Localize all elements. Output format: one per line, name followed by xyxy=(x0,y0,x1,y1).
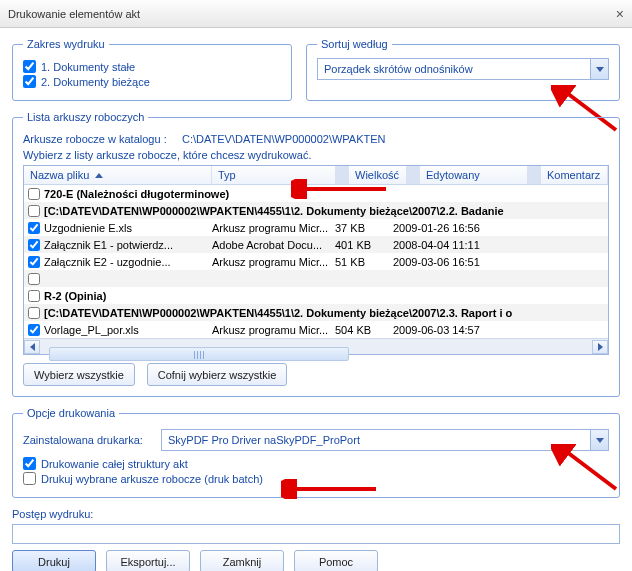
chk-dokumenty-stale[interactable]: 1. Dokumenty stałe xyxy=(23,60,281,73)
legend-zakres: Zakres wydruku xyxy=(23,38,109,50)
row-size: 51 KB xyxy=(335,256,393,268)
group-sort: Sortuj według Porządek skrótów odnośnikó… xyxy=(306,38,620,101)
path-label: Arkusze robocze w katalogu : xyxy=(23,133,167,145)
row-checkbox[interactable] xyxy=(28,324,40,336)
row-edit: 2009-01-26 16:56 xyxy=(393,222,503,234)
row-name: Załącznik E1 - potwierdz... xyxy=(44,239,212,251)
row-checkbox[interactable] xyxy=(28,222,40,234)
scroll-right-icon[interactable] xyxy=(592,340,608,354)
deselect-all-button[interactable]: Cofnij wybierz wszystkie xyxy=(147,363,288,386)
row-name: R-2 (Opinia) xyxy=(44,290,604,302)
group-opcje: Opcje drukowania Zainstalowana drukarka:… xyxy=(12,407,620,498)
row-name: [C:\DATEV\DATEN\WP000002\WPAKTEN\4455\1\… xyxy=(44,307,604,319)
scroll-left-icon[interactable] xyxy=(24,340,40,354)
legend-opcje: Opcje drukowania xyxy=(23,407,119,419)
row-name: [C:\DATEV\DATEN\WP000002\WPAKTEN\4455\1\… xyxy=(44,205,604,217)
select-all-button[interactable]: Wybierz wszystkie xyxy=(23,363,135,386)
col-wielkosc[interactable]: Wielkość xyxy=(349,166,407,184)
chk-dokumenty-biezace[interactable]: 2. Dokumenty bieżące xyxy=(23,75,281,88)
col-komentarz[interactable]: Komentarz xyxy=(541,166,608,184)
titlebar: Drukowanie elementów akt × xyxy=(0,0,632,28)
table-row[interactable]: Uzgodnienie E.xlsArkusz programu Micr...… xyxy=(24,219,608,236)
horizontal-scrollbar[interactable] xyxy=(24,338,608,354)
row-checkbox[interactable] xyxy=(28,290,40,302)
row-name: Uzgodnienie E.xls xyxy=(44,222,212,234)
chk-cala-struktura-box[interactable] xyxy=(23,457,36,470)
row-typ: Arkusz programu Micr... xyxy=(212,256,335,268)
instruction-text: Wybierz z listy arkusze robocze, które c… xyxy=(23,149,609,161)
chk-dokumenty-stale-box[interactable] xyxy=(23,60,36,73)
chk-druk-batch[interactable]: Drukuj wybrane arkusze robocze (druk bat… xyxy=(23,472,609,485)
group-lista: Lista arkuszy roboczych Arkusze robocze … xyxy=(12,111,620,397)
row-checkbox[interactable] xyxy=(28,239,40,251)
progress-bar xyxy=(12,524,620,544)
chk-druk-batch-box[interactable] xyxy=(23,472,36,485)
scroll-thumb[interactable] xyxy=(49,347,349,361)
print-button[interactable]: Drukuj xyxy=(12,550,96,571)
export-button[interactable]: Eksportuj... xyxy=(106,550,190,571)
progress-label: Postęp wydruku: xyxy=(12,508,620,520)
col-nazwa[interactable]: Nazwa pliku xyxy=(24,166,212,184)
sort-dropdown-value: Porządek skrótów odnośników xyxy=(324,63,473,75)
row-checkbox[interactable] xyxy=(28,256,40,268)
row-checkbox[interactable] xyxy=(28,205,40,217)
row-typ: Arkusz programu Micr... xyxy=(212,222,335,234)
row-size: 401 KB xyxy=(335,239,393,251)
row-edit: 2008-04-04 11:11 xyxy=(393,239,503,251)
table-row[interactable] xyxy=(24,270,608,287)
row-size: 37 KB xyxy=(335,222,393,234)
printer-dropdown[interactable]: SkyPDF Pro Driver naSkyPDF_ProPort xyxy=(161,429,609,451)
table-row[interactable]: [C:\DATEV\DATEN\WP000002\WPAKTEN\4455\1\… xyxy=(24,304,608,321)
printer-dropdown-value: SkyPDF Pro Driver naSkyPDF_ProPort xyxy=(168,434,360,446)
window-title: Drukowanie elementów akt xyxy=(8,8,140,20)
table-row[interactable]: Załącznik E1 - potwierdz...Adobe Acrobat… xyxy=(24,236,608,253)
worksheet-table: Nazwa pliku Typ Wielkość Edytowany Komen… xyxy=(23,165,609,355)
row-edit: 2009-03-06 16:51 xyxy=(393,256,503,268)
chk-cala-struktura[interactable]: Drukowanie całej struktury akt xyxy=(23,457,609,470)
row-checkbox[interactable] xyxy=(28,188,40,200)
table-row[interactable]: Vorlage_PL_por.xlsArkusz programu Micr..… xyxy=(24,321,608,338)
table-row[interactable]: R-2 (Opinia) xyxy=(24,287,608,304)
chevron-down-icon[interactable] xyxy=(590,59,608,79)
group-zakres: Zakres wydruku 1. Dokumenty stałe 2. Dok… xyxy=(12,38,292,101)
row-checkbox[interactable] xyxy=(28,307,40,319)
printer-label: Zainstalowana drukarka: xyxy=(23,434,153,446)
chk-druk-batch-label: Drukuj wybrane arkusze robocze (druk bat… xyxy=(41,473,263,485)
chevron-down-icon[interactable] xyxy=(590,430,608,450)
sort-dropdown[interactable]: Porządek skrótów odnośników xyxy=(317,58,609,80)
close-icon[interactable]: × xyxy=(616,6,624,22)
legend-lista: Lista arkuszy roboczych xyxy=(23,111,148,123)
row-edit: 2009-06-03 14:57 xyxy=(393,324,503,336)
row-typ: Arkusz programu Micr... xyxy=(212,324,335,336)
row-size: 504 KB xyxy=(335,324,393,336)
chk-cala-struktura-label: Drukowanie całej struktury akt xyxy=(41,458,188,470)
help-button[interactable]: Pomoc xyxy=(294,550,378,571)
row-checkbox[interactable] xyxy=(28,273,40,285)
legend-sort: Sortuj według xyxy=(317,38,392,50)
chk-dokumenty-stale-label: 1. Dokumenty stałe xyxy=(41,61,135,73)
table-row[interactable]: 720-E (Należności długoterminowe) xyxy=(24,185,608,202)
row-name: Vorlage_PL_por.xls xyxy=(44,324,212,336)
table-row[interactable]: [C:\DATEV\DATEN\WP000002\WPAKTEN\4455\1\… xyxy=(24,202,608,219)
chk-dokumenty-biezace-label: 2. Dokumenty bieżące xyxy=(41,76,150,88)
path-value: C:\DATEV\DATEN\WP000002\WPAKTEN xyxy=(182,133,386,145)
col-edytowany[interactable]: Edytowany xyxy=(420,166,528,184)
table-body: 720-E (Należności długoterminowe)[C:\DAT… xyxy=(24,185,608,338)
row-name: 720-E (Należności długoterminowe) xyxy=(44,188,604,200)
col-typ[interactable]: Typ xyxy=(212,166,336,184)
table-row[interactable]: Załącznik E2 - uzgodnie...Arkusz program… xyxy=(24,253,608,270)
row-typ: Adobe Acrobat Docu... xyxy=(212,239,335,251)
close-button[interactable]: Zamknij xyxy=(200,550,284,571)
table-header: Nazwa pliku Typ Wielkość Edytowany Komen… xyxy=(24,166,608,185)
row-name: Załącznik E2 - uzgodnie... xyxy=(44,256,212,268)
chk-dokumenty-biezace-box[interactable] xyxy=(23,75,36,88)
